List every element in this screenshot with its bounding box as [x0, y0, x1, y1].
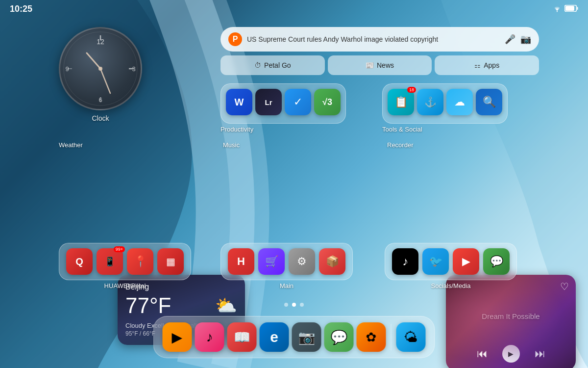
- status-bar: 10:25: [0, 0, 588, 18]
- app-icon-notes[interactable]: 📋 18: [388, 89, 414, 115]
- clock-label: Clock: [92, 114, 109, 122]
- app-icon-tiktok[interactable]: ♪: [392, 248, 418, 275]
- socials-folder-label: Socials/Media: [385, 282, 517, 289]
- svg-text:3: 3: [132, 65, 135, 73]
- dock-icon-petal[interactable]: ✿: [357, 322, 386, 352]
- dock-icon-messages[interactable]: 💬: [324, 322, 354, 352]
- tab-apps[interactable]: ⚏ Apps: [435, 55, 539, 75]
- svg-point-15: [98, 67, 102, 71]
- socials-media-folder[interactable]: ♪ 🐦 ▶ 💬 Socials/Media: [385, 243, 517, 289]
- news-icon: 📰: [366, 61, 374, 69]
- svg-text:9: 9: [65, 65, 69, 73]
- app-icon-search[interactable]: 🔍: [476, 89, 502, 115]
- main-folder-label: Main: [220, 282, 353, 289]
- music-widget-label: Music: [223, 141, 240, 149]
- app-icon-huawei-main[interactable]: H: [228, 248, 254, 275]
- app-icon-maps[interactable]: 📍: [127, 248, 153, 275]
- recorder-widget-container: Recorder Recorder: [387, 137, 413, 149]
- status-time: 10:25: [10, 4, 32, 14]
- tools-folder-box: 📋 18 ⚓ ☁ 🔍: [382, 83, 508, 124]
- svg-text:6: 6: [98, 96, 102, 104]
- music-widget-container: ♡ Dream It Possible ⏮ ▶ ⏭ Music: [223, 137, 240, 149]
- app-icon-lightroom[interactable]: Lr: [255, 89, 282, 115]
- socials-folder-box: ♪ 🐦 ▶ 💬: [385, 243, 517, 280]
- microphone-icon[interactable]: 🎤: [505, 34, 515, 45]
- search-area: P US Supreme Court rules Andy Warhol ima…: [220, 27, 539, 75]
- search-bar[interactable]: P US Supreme Court rules Andy Warhol ima…: [220, 27, 539, 52]
- camera-search-icon[interactable]: 📷: [520, 34, 531, 45]
- svg-text:12: 12: [97, 38, 104, 46]
- app-icon-settings[interactable]: ⚙: [289, 248, 315, 275]
- tab-apps-label: Apps: [484, 61, 499, 69]
- tools-folder-label: Tools & Social: [382, 126, 508, 133]
- svg-rect-3: [565, 6, 574, 11]
- page-dot-1[interactable]: [284, 303, 288, 307]
- huawei-petal-folder[interactable]: Q 📱 99+ 📍 ▦ HUAWEI/Petal: [59, 243, 191, 289]
- productivity-folder-label: Productivity: [220, 126, 346, 133]
- dock-divider: [391, 324, 392, 350]
- app-icon-youtube[interactable]: ▶: [453, 248, 479, 275]
- svg-rect-2: [577, 7, 578, 10]
- dock-icon-music[interactable]: ♪: [195, 322, 224, 352]
- battery-indicator: [564, 5, 578, 13]
- recorder-widget-label: Recorder: [387, 141, 413, 149]
- huawei-icons-row: Q 📱 99+ 📍 ▦: [66, 248, 184, 275]
- tab-petal-go-label: Petal Go: [264, 61, 291, 69]
- app-icon-cloud-weather[interactable]: ☁: [446, 89, 473, 115]
- page-dot-2[interactable]: [292, 303, 296, 307]
- main-icons-row: H 🛒 ⚙ 📦: [228, 248, 345, 275]
- huawei-folder-label: HUAWEI/Petal: [59, 282, 191, 289]
- search-query-text: US Supreme Court rules Andy Warhol image…: [247, 35, 500, 43]
- page-dots: [284, 303, 304, 307]
- huawei-folder-box: Q 📱 99+ 📍 ▦: [59, 243, 191, 280]
- clock-face: 12 3 6 9: [59, 27, 142, 110]
- tools-social-folder[interactable]: 📋 18 ⚓ ☁ 🔍 Tools & Social: [382, 83, 508, 133]
- app-icon-redbox[interactable]: 📦: [319, 248, 345, 275]
- tools-icons-row: 📋 18 ⚓ ☁ 🔍: [388, 89, 502, 115]
- music-heart-icon[interactable]: ♡: [560, 281, 569, 292]
- productivity-folder[interactable]: W Lr ✓ √3 Productivity: [220, 83, 346, 133]
- tab-news[interactable]: 📰 News: [328, 55, 432, 75]
- main-folder[interactable]: H 🛒 ⚙ 📦 Main: [220, 243, 353, 289]
- petal-go-icon: ⏱: [254, 61, 261, 69]
- phone-manager-badge: 99+: [114, 246, 125, 252]
- dock-icon-camera[interactable]: 📷: [292, 322, 321, 352]
- app-icon-whatsapp[interactable]: 💬: [483, 248, 510, 275]
- wifi-icon: [553, 5, 562, 12]
- weather-widget-container: Beijing 77°F ⛅ Cloudy Excellent air qual…: [59, 137, 83, 149]
- app-icon-calculator[interactable]: √3: [314, 89, 341, 115]
- svg-line-14: [100, 69, 110, 93]
- search-tabs: ⏱ Petal Go 📰 News ⚏ Apps: [220, 55, 539, 75]
- socials-icons-row: ♪ 🐦 ▶ 💬: [392, 248, 510, 275]
- svg-line-13: [87, 53, 100, 69]
- app-icon-appgallery[interactable]: ▦: [157, 248, 184, 275]
- app-icon-phone-manager[interactable]: 📱 99+: [97, 248, 123, 275]
- productivity-icons-row: W Lr ✓ √3: [226, 89, 341, 115]
- main-folder-box: H 🛒 ⚙ 📦: [220, 243, 353, 280]
- notes-badge: 18: [407, 87, 416, 93]
- app-icon-twitter[interactable]: 🐦: [422, 248, 449, 275]
- apps-icon: ⚏: [474, 61, 481, 69]
- tab-news-label: News: [377, 61, 394, 69]
- svg-point-0: [557, 11, 558, 12]
- dock-icon-cloud-weather[interactable]: 🌤: [396, 322, 426, 352]
- dock-icon-edge[interactable]: e: [260, 322, 289, 352]
- weather-icon: ⛅: [215, 295, 237, 316]
- app-icon-petal-search[interactable]: Q: [66, 248, 93, 275]
- weather-main-row: 77°F ⛅: [125, 293, 237, 318]
- app-icon-kfm[interactable]: ⚓: [417, 89, 443, 115]
- app-icon-wps[interactable]: W: [226, 89, 252, 115]
- tab-petal-go[interactable]: ⏱ Petal Go: [220, 55, 325, 75]
- productivity-folder-box: W Lr ✓ √3: [220, 83, 346, 124]
- app-icon-todo[interactable]: ✓: [285, 89, 311, 115]
- app-icon-agconnect[interactable]: 🛒: [258, 248, 285, 275]
- dock-icon-books[interactable]: 📖: [227, 322, 257, 352]
- dock-icon-infuse[interactable]: ▶: [163, 322, 192, 352]
- clock-widget[interactable]: 12 3 6 9 Clock: [59, 27, 142, 122]
- weather-widget-label: Weather: [59, 141, 83, 149]
- status-icons: [553, 5, 578, 13]
- dock: ▶ ♪ 📖 e 📷 💬 ✿ 🌤: [153, 316, 435, 358]
- petal-search-icon: P: [228, 32, 242, 46]
- weather-temperature: 77°F: [125, 293, 171, 318]
- page-dot-3[interactable]: [300, 303, 304, 307]
